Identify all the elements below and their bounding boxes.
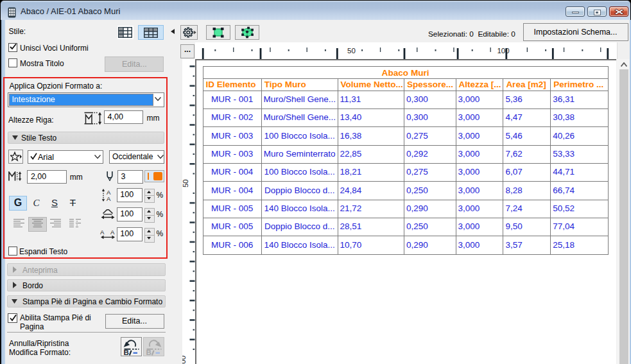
- svg-text:B: B: [124, 349, 129, 356]
- svg-text:50: 50: [182, 179, 189, 187]
- svg-text:A: A: [107, 195, 111, 202]
- svg-text:100: 100: [182, 356, 187, 364]
- svg-text:A: A: [100, 229, 105, 236]
- svg-text:100: 100: [497, 47, 509, 55]
- svg-text:A: A: [110, 229, 115, 236]
- svg-text:50: 50: [347, 47, 356, 55]
- svg-text:B: B: [146, 349, 151, 356]
